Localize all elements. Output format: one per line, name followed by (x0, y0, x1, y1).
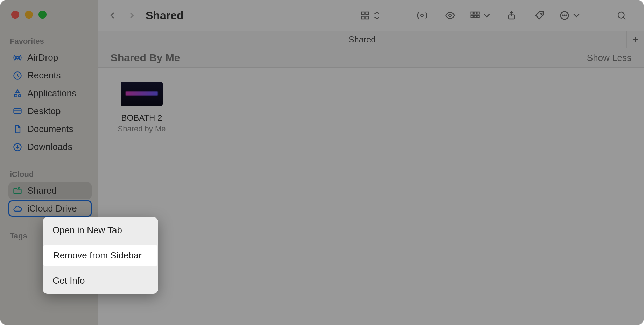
minimize-button[interactable] (25, 11, 33, 19)
toolbar: Shared (98, 0, 644, 31)
cloud-icon (13, 204, 22, 214)
svg-rect-16 (477, 15, 479, 18)
svg-rect-2 (14, 108, 21, 113)
svg-rect-13 (477, 12, 479, 14)
sidebar-section-icloud: iCloud (10, 170, 92, 179)
sidebar-item-recents[interactable]: Recents (8, 67, 92, 84)
svg-rect-11 (471, 12, 473, 14)
file-grid: BOBATH 2 Shared by Me (98, 68, 644, 325)
svg-rect-15 (474, 15, 476, 18)
sidebar-item-label: iCloud Drive (27, 203, 77, 214)
group-toolbar-button[interactable] (470, 7, 492, 24)
svg-point-20 (562, 15, 564, 16)
file-item[interactable]: BOBATH 2 Shared by Me (112, 82, 172, 133)
svg-point-0 (16, 56, 19, 59)
tags-toolbar-icon[interactable] (531, 7, 548, 24)
sidebar-item-desktop[interactable]: Desktop (8, 103, 92, 119)
svg-point-9 (421, 14, 424, 17)
file-name: BOBATH 2 (112, 113, 172, 123)
sidebar-item-label: Recents (27, 70, 61, 81)
svg-rect-5 (362, 12, 364, 15)
sidebar-item-downloads[interactable]: Downloads (8, 139, 92, 155)
svg-point-22 (566, 15, 567, 16)
svg-point-18 (541, 13, 542, 14)
tab-bar: Shared + (98, 31, 644, 48)
back-button[interactable] (105, 8, 120, 23)
desktop-icon (13, 106, 22, 116)
close-button[interactable] (11, 11, 19, 19)
window-title: Shared (146, 9, 183, 22)
svg-rect-14 (471, 15, 473, 18)
sidebar-item-icloud-drive[interactable]: iCloud Drive (8, 200, 92, 217)
sidebar-item-airdrop[interactable]: AirDrop (8, 49, 92, 66)
sidebar-item-label: Downloads (27, 141, 72, 152)
context-menu-separator (43, 243, 158, 243)
apps-icon (13, 89, 22, 98)
share-toolbar-icon[interactable] (503, 7, 520, 24)
svg-point-4 (18, 187, 20, 189)
context-menu-remove-from-sidebar[interactable]: Remove from Sidebar (43, 245, 158, 266)
shared-folder-icon (13, 186, 22, 196)
airdrop-icon (13, 53, 22, 63)
sidebar-section-favorites: Favorites (10, 37, 92, 46)
sidebar-item-label: Desktop (27, 106, 61, 117)
sidebar-item-label: Shared (27, 185, 57, 196)
view-mode-button[interactable] (360, 7, 382, 24)
sidebar-item-label: Applications (27, 88, 76, 99)
document-icon (13, 124, 22, 134)
svg-point-23 (618, 12, 624, 18)
context-menu: Open in New Tab Remove from Sidebar Get … (43, 217, 158, 294)
airdrop-toolbar-icon[interactable] (414, 7, 430, 24)
clock-icon (13, 71, 22, 81)
section-title: Shared By Me (111, 52, 180, 64)
main-content: Shared (98, 0, 644, 325)
file-subtitle: Shared by Me (112, 124, 172, 133)
new-tab-button[interactable]: + (626, 31, 644, 48)
section-toggle[interactable]: Show Less (587, 53, 631, 63)
svg-rect-8 (366, 16, 369, 19)
context-menu-get-info[interactable]: Get Info (43, 270, 158, 291)
sidebar-item-shared[interactable]: Shared (8, 182, 92, 199)
sidebar-item-applications[interactable]: Applications (8, 85, 92, 102)
context-menu-separator (43, 268, 158, 268)
search-toolbar-icon[interactable] (613, 7, 630, 24)
sidebar-item-label: Documents (27, 124, 74, 134)
zoom-button[interactable] (38, 11, 47, 19)
preview-toolbar-icon[interactable] (442, 7, 458, 24)
context-menu-open-new-tab[interactable]: Open in New Tab (43, 220, 158, 241)
svg-point-21 (564, 15, 565, 16)
window-controls (11, 11, 92, 19)
download-icon (13, 142, 22, 152)
forward-button[interactable] (124, 8, 139, 23)
svg-rect-12 (474, 12, 476, 14)
section-bar: Shared By Me Show Less (98, 48, 644, 68)
svg-rect-7 (362, 16, 364, 19)
sidebar-item-label: AirDrop (27, 52, 58, 63)
svg-rect-6 (366, 12, 369, 15)
sidebar-item-documents[interactable]: Documents (8, 121, 92, 137)
svg-point-10 (449, 14, 451, 17)
more-toolbar-button[interactable] (559, 7, 582, 24)
tab-shared[interactable]: Shared (98, 35, 626, 44)
file-thumbnail (121, 82, 163, 106)
